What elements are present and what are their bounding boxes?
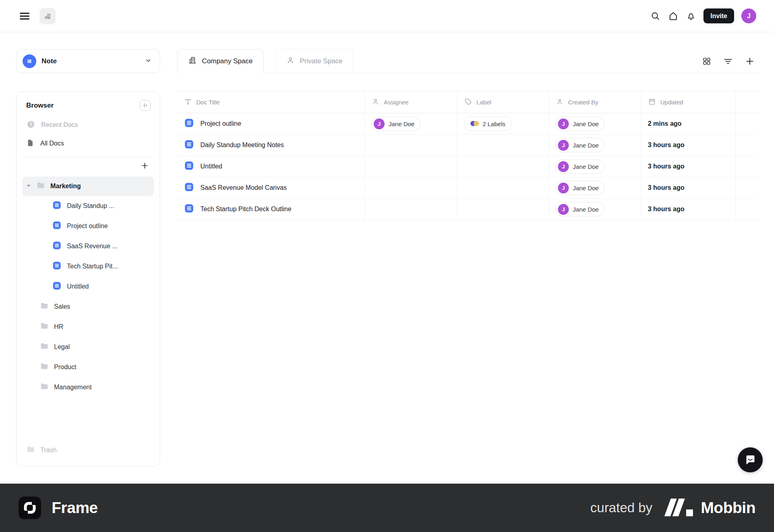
labels-pill[interactable]: 2 Labels xyxy=(464,116,512,131)
add-folder-icon[interactable] xyxy=(140,161,149,170)
column-extra xyxy=(736,91,758,113)
sidebar-item-trash[interactable]: Trash xyxy=(22,440,154,460)
doc-daily-standup[interactable]: Daily Standup ... xyxy=(22,196,154,216)
notifications-icon[interactable] xyxy=(686,11,696,21)
updated-value: 3 hours ago xyxy=(641,156,736,177)
doc-title-text: Tech Startup Pitch Deck Outline xyxy=(200,206,291,213)
clock-icon xyxy=(26,120,35,131)
top-bar: Invite J xyxy=(0,0,774,32)
updated-value: 2 mins ago xyxy=(641,113,736,134)
created-by-pill[interactable]: J Jane Doe xyxy=(556,181,605,195)
folder-icon xyxy=(40,362,49,372)
footer: Frame curated by Mobbin xyxy=(0,484,774,532)
table-row[interactable]: Project outline J Jane Doe 2 Labels J Ja… xyxy=(177,113,758,135)
workspace-icon[interactable] xyxy=(40,8,56,24)
doc-icon xyxy=(184,203,194,215)
assignee-cell-empty[interactable] xyxy=(365,156,458,177)
main-content: Company Space Private Space xyxy=(177,49,758,220)
table-row[interactable]: Untitled J Jane Doe 3 hours ago xyxy=(177,156,758,177)
folder-legal[interactable]: Legal xyxy=(22,337,154,357)
divider xyxy=(23,157,153,157)
folder-sales[interactable]: Sales xyxy=(22,297,154,317)
doc-untitled[interactable]: Untitled xyxy=(22,276,154,297)
sidebar: Note Browser Recent Docs All Docs xyxy=(16,49,160,466)
mobbin-logo-icon xyxy=(664,498,694,518)
folder-management[interactable]: Management xyxy=(22,377,154,397)
doc-icon xyxy=(52,241,62,252)
doc-icon xyxy=(52,261,62,272)
doc-title-text: Daily Standup Meeting Notes xyxy=(200,141,284,149)
sidebar-item-all-docs[interactable]: All Docs xyxy=(22,134,154,153)
label-cell-empty[interactable] xyxy=(458,177,549,198)
table-row[interactable]: Tech Startup Pitch Deck Outline J Jane D… xyxy=(177,199,758,220)
chat-launcher[interactable] xyxy=(738,447,763,472)
chevron-down-icon xyxy=(144,56,152,66)
avatar: J xyxy=(558,161,569,172)
assignee-cell-empty[interactable] xyxy=(365,135,458,156)
assignee-cell-empty[interactable] xyxy=(365,177,458,198)
label-dots xyxy=(470,121,479,127)
assignee-cell-empty[interactable] xyxy=(365,199,458,220)
created-by-pill[interactable]: J Jane Doe xyxy=(556,159,605,174)
table-row[interactable]: Daily Standup Meeting Notes J Jane Doe 3… xyxy=(177,135,758,156)
tag-icon xyxy=(464,98,472,107)
brand-name: Frame xyxy=(52,499,98,517)
label-cell-empty[interactable] xyxy=(458,156,549,177)
search-icon[interactable] xyxy=(650,11,661,21)
menu-icon[interactable] xyxy=(18,9,31,23)
filter-icon[interactable] xyxy=(723,56,733,66)
tab-private-space[interactable]: Private Space xyxy=(275,49,354,73)
curator-name: Mobbin xyxy=(701,499,755,517)
grid-view-icon[interactable] xyxy=(702,57,711,66)
assignee-pill[interactable]: J Jane Doe xyxy=(371,116,420,131)
column-assignee[interactable]: Assignee xyxy=(365,91,458,113)
updated-value: 3 hours ago xyxy=(641,199,736,220)
column-doc-title[interactable]: Doc Title xyxy=(177,91,365,113)
folder-hr[interactable]: HR xyxy=(22,317,154,337)
browser-title: Browser xyxy=(26,102,54,110)
doc-icon xyxy=(184,160,194,172)
doc-icon xyxy=(52,281,62,292)
column-updated[interactable]: Updated xyxy=(641,91,736,113)
building-icon xyxy=(188,56,197,66)
file-icon xyxy=(26,139,35,149)
doc-title-text: SaaS Revenue Model Canvas xyxy=(200,184,287,191)
table-row[interactable]: SaaS Revenue Model Canvas J Jane Doe 3 h… xyxy=(177,177,758,199)
folder-product[interactable]: Product xyxy=(22,357,154,377)
user-avatar[interactable]: J xyxy=(741,8,756,23)
note-icon xyxy=(23,54,36,68)
updated-value: 3 hours ago xyxy=(641,177,736,198)
folder-icon xyxy=(40,342,49,352)
workspace-switcher[interactable]: Note xyxy=(16,49,160,73)
workspace-name: Note xyxy=(42,57,139,65)
doc-title-text: Project outline xyxy=(200,120,241,127)
updated-value: 3 hours ago xyxy=(641,135,736,156)
column-created-by[interactable]: Created By xyxy=(549,91,641,113)
column-label[interactable]: Label xyxy=(458,91,549,113)
avatar: J xyxy=(558,140,569,151)
avatar: J xyxy=(374,118,385,129)
browser-panel: Browser Recent Docs All Docs xyxy=(16,91,160,466)
created-by-pill[interactable]: J Jane Doe xyxy=(556,138,605,152)
created-by-pill[interactable]: J Jane Doe xyxy=(556,202,605,216)
docs-table: Doc Title Assignee Label Created By xyxy=(177,91,758,220)
label-cell-empty[interactable] xyxy=(458,135,549,156)
label-cell-empty[interactable] xyxy=(458,199,549,220)
doc-icon xyxy=(52,220,62,232)
doc-project-outline[interactable]: Project outline xyxy=(22,216,154,236)
add-doc-icon[interactable] xyxy=(745,56,755,66)
invite-button[interactable]: Invite xyxy=(703,8,734,23)
sidebar-item-recent-docs[interactable]: Recent Docs xyxy=(22,116,154,134)
folder-marketing[interactable]: Marketing xyxy=(22,177,154,196)
person-icon xyxy=(556,98,564,107)
doc-saas-revenue[interactable]: SaaS Revenue ... xyxy=(22,236,154,256)
calendar-icon xyxy=(648,98,656,107)
frame-logo-icon xyxy=(19,497,41,519)
doc-tech-startup[interactable]: Tech Startup Pit... xyxy=(22,256,154,276)
collapse-panel-icon[interactable] xyxy=(140,100,151,111)
folder-icon xyxy=(40,322,49,332)
tab-company-space[interactable]: Company Space xyxy=(177,49,264,73)
home-icon[interactable] xyxy=(668,11,678,21)
doc-icon xyxy=(184,182,194,194)
created-by-pill[interactable]: J Jane Doe xyxy=(556,116,605,131)
